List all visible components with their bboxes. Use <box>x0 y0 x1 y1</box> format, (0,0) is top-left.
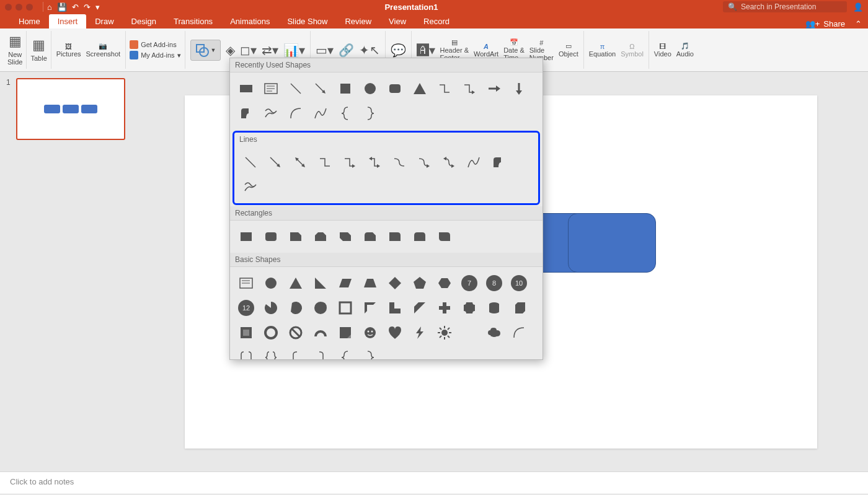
shape-scribble[interactable] <box>259 101 283 126</box>
shape-moon[interactable] <box>457 320 482 345</box>
shape-triangle[interactable] <box>407 76 432 101</box>
shape-left-brace[interactable] <box>333 101 358 126</box>
tab-transitions[interactable]: Transitions <box>165 14 221 28</box>
my-addins-button[interactable]: My Add-ins▾ <box>130 51 180 59</box>
pictures-button[interactable]: 🖼 Pictures <box>56 43 81 58</box>
notes-pane[interactable]: Click to add notes <box>0 471 868 494</box>
shape-lightning[interactable] <box>407 320 432 345</box>
tab-record[interactable]: Record <box>415 14 458 28</box>
shape-snip-diag[interactable] <box>333 224 358 249</box>
shape-round-same[interactable] <box>407 224 432 249</box>
shape-scribble-tool[interactable] <box>238 175 263 199</box>
shape-plus[interactable] <box>432 296 457 320</box>
shape-oval[interactable] <box>259 271 283 296</box>
shape-snip-same[interactable] <box>308 224 333 249</box>
slide-thumbnail-1[interactable] <box>16 78 125 140</box>
shape-pie[interactable] <box>259 296 283 320</box>
shape-decagon[interactable]: 10 <box>507 271 531 296</box>
collapse-ribbon-icon[interactable]: ⌃ <box>855 19 862 28</box>
shape-teardrop[interactable] <box>308 296 333 320</box>
rounded-rectangle-shape[interactable] <box>568 213 656 273</box>
shape-sun[interactable] <box>432 320 457 345</box>
shape-folded-corner[interactable] <box>333 320 358 345</box>
shape-diamond[interactable] <box>383 271 407 296</box>
shape-curved-connector[interactable] <box>387 150 412 175</box>
share-button[interactable]: Share <box>823 19 845 28</box>
shape-snip-single[interactable] <box>283 224 308 249</box>
shape-heart[interactable] <box>383 320 407 345</box>
shape-snip-round[interactable] <box>358 224 383 249</box>
shape-plaque[interactable] <box>457 296 482 320</box>
shape-elbow-double-arrow[interactable] <box>362 150 387 175</box>
tab-review[interactable]: Review <box>336 14 380 28</box>
close-window-icon[interactable] <box>5 4 12 11</box>
audio-button[interactable]: 🎵Audio <box>676 42 694 58</box>
shape-elbow-connector[interactable] <box>432 76 457 101</box>
shape-smiley[interactable] <box>358 320 383 345</box>
shape-no-symbol[interactable] <box>283 320 308 345</box>
shape-arrow[interactable] <box>482 76 507 101</box>
minimize-window-icon[interactable] <box>16 4 22 11</box>
tab-home[interactable]: Home <box>10 14 49 28</box>
shape-curve[interactable] <box>308 101 333 126</box>
symbol-button[interactable]: ΩSymbol <box>621 43 644 58</box>
chart-button[interactable]: 📊▾ <box>283 43 305 58</box>
tab-animations[interactable]: Animations <box>221 14 278 28</box>
shape-octagon[interactable]: 8 <box>482 271 507 296</box>
shape-triangle[interactable] <box>283 271 308 296</box>
shape-right-bracket[interactable] <box>308 345 333 359</box>
shape-arc[interactable] <box>283 101 308 126</box>
shape-cloud[interactable] <box>482 320 507 345</box>
customize-qat-icon[interactable]: ▾ <box>95 2 100 12</box>
comment-button[interactable]: 💬 <box>391 43 406 58</box>
shape-line[interactable] <box>283 76 308 101</box>
shape-bevel[interactable] <box>234 320 259 345</box>
shapes-dropdown-button[interactable]: ▼ <box>190 40 221 61</box>
shape-curved-arrow[interactable] <box>412 150 436 175</box>
shape-rounded-rect[interactable] <box>259 224 283 249</box>
redo-icon[interactable]: ↷ <box>84 2 91 12</box>
shape-line[interactable] <box>238 150 263 175</box>
zoom-button[interactable]: ▭▾ <box>316 43 334 58</box>
screenshot-button[interactable]: 📷 Screenshot <box>86 42 121 58</box>
shape-hexagon[interactable] <box>432 271 457 296</box>
shape-round-diag[interactable] <box>432 224 457 249</box>
shape-elbow-arrow[interactable] <box>337 150 362 175</box>
get-addins-button[interactable]: Get Add-ins <box>130 40 180 49</box>
shape-square[interactable] <box>333 76 358 101</box>
video-button[interactable]: 🎞Video <box>654 43 671 58</box>
tab-insert[interactable]: Insert <box>49 14 87 28</box>
shape-arc-2[interactable] <box>507 320 531 345</box>
shape-freeform[interactable] <box>234 101 259 126</box>
table-button[interactable]: ▦ Table <box>27 31 51 69</box>
shape-double-brace[interactable] <box>259 345 283 359</box>
tab-view[interactable]: View <box>380 14 415 28</box>
text-box-button[interactable]: 🅰▾ <box>417 43 435 58</box>
shape-double-bracket[interactable] <box>234 345 259 359</box>
shape-l-shape[interactable] <box>383 296 407 320</box>
maximize-window-icon[interactable] <box>26 4 33 11</box>
shape-down-arrow[interactable] <box>507 76 531 101</box>
action-button[interactable]: ✦↖ <box>359 43 380 58</box>
shape-trapezoid[interactable] <box>358 271 383 296</box>
shape-heptagon[interactable]: 7 <box>457 271 482 296</box>
shape-left-brace[interactable] <box>333 345 358 359</box>
shape-curved-double-arrow[interactable] <box>436 150 461 175</box>
smartart-button[interactable]: ⇄▾ <box>262 43 278 58</box>
shape-parallelogram[interactable] <box>333 271 358 296</box>
shape-right-brace[interactable] <box>358 345 383 359</box>
shape-elbow-arrow[interactable] <box>457 76 482 101</box>
shape-can[interactable] <box>482 296 507 320</box>
shape-line-arrow[interactable] <box>263 150 288 175</box>
shape-rounded-rect[interactable] <box>383 76 407 101</box>
shape-text-box[interactable] <box>234 271 259 296</box>
tab-draw[interactable]: Draw <box>86 14 122 28</box>
wordart-button[interactable]: AWordArt <box>474 43 498 58</box>
shape-line-arrow[interactable] <box>308 76 333 101</box>
shape-curve-tool[interactable] <box>461 150 486 175</box>
shape-cube[interactable] <box>507 296 531 320</box>
object-button[interactable]: ▭Object <box>559 42 578 58</box>
shape-frame[interactable] <box>333 296 358 320</box>
tab-design[interactable]: Design <box>123 14 165 28</box>
shape-donut[interactable] <box>259 320 283 345</box>
